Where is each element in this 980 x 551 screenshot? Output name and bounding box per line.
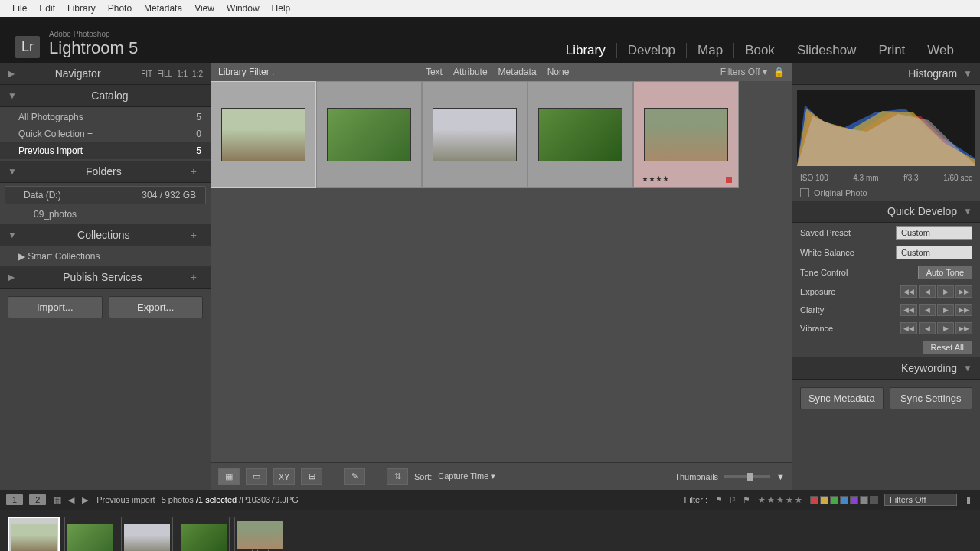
menu-window[interactable]: Window [220, 3, 266, 14]
chevron-down-icon[interactable]: ▼ [776, 472, 785, 481]
menu-edit[interactable]: Edit [33, 3, 61, 14]
sort-direction-icon[interactable]: ⇅ [387, 468, 408, 485]
catalog-item[interactable]: Quick Collection +0 [0, 126, 211, 142]
step-big-up[interactable]: ▶▶ [956, 304, 972, 316]
step-up[interactable]: ▶ [937, 322, 954, 334]
color-chip[interactable] [810, 496, 818, 504]
survey-view-icon[interactable]: ⊞ [301, 468, 322, 485]
thumbnail-cell[interactable] [422, 81, 528, 188]
navigator-header[interactable]: ▶ Navigator FITFILL1:11:2 [0, 63, 211, 85]
step-big-down[interactable]: ◀◀ [900, 285, 917, 298]
zoom-1:1[interactable]: 1:1 [177, 70, 188, 78]
folder-row[interactable]: 09_photos [0, 206, 211, 223]
filters-off-select[interactable]: Filters Off [884, 494, 957, 506]
module-map[interactable]: Map [687, 43, 734, 58]
catalog-item[interactable]: Previous Import5 [0, 142, 211, 159]
folders-header[interactable]: ▼ Folders + [0, 161, 211, 183]
filter-tab-none[interactable]: None [547, 67, 570, 77]
add-collection-icon[interactable]: + [191, 229, 203, 241]
histogram-header[interactable]: Histogram ▼ [792, 63, 980, 85]
filmstrip-thumb[interactable] [64, 517, 116, 551]
thumbnail-cell[interactable]: ★★★★ [633, 81, 739, 188]
page-tab-1[interactable]: 1 [6, 494, 23, 505]
page-tab-2[interactable]: 2 [29, 494, 46, 505]
step-big-up[interactable]: ▶▶ [956, 285, 972, 298]
loupe-view-icon[interactable]: ▭ [246, 468, 267, 485]
sort-value[interactable]: Capture Time ▾ [438, 471, 495, 481]
add-folder-icon[interactable]: + [191, 165, 203, 178]
navigator-zoom-opts[interactable]: FITFILL1:11:2 [141, 70, 203, 78]
original-photo-checkbox[interactable] [800, 188, 809, 197]
sync-metadata-button[interactable]: Sync Metadata [800, 387, 884, 409]
keywording-header[interactable]: Keywording ▼ [792, 357, 980, 380]
painter-icon[interactable]: ✎ [344, 468, 365, 485]
filters-off-dropdown[interactable]: Filters Off ▾ [720, 67, 767, 77]
module-print[interactable]: Print [867, 43, 916, 58]
flag-unflagged-icon[interactable]: ⚐ [727, 494, 738, 505]
color-chip[interactable] [840, 496, 848, 504]
module-web[interactable]: Web [916, 43, 965, 58]
step-up[interactable]: ▶ [937, 285, 954, 298]
filmstrip-thumb[interactable] [121, 517, 173, 551]
publish-header[interactable]: ▶ Publish Services + [0, 266, 211, 289]
sync-settings-button[interactable]: Sync Settings [890, 387, 973, 409]
menu-view[interactable]: View [188, 3, 220, 14]
filter-tab-attribute[interactable]: Attribute [453, 67, 488, 77]
menu-metadata[interactable]: Metadata [138, 3, 188, 14]
module-library[interactable]: Library [555, 43, 617, 58]
import-button[interactable]: Import... [8, 296, 103, 318]
step-up[interactable]: ▶ [937, 304, 954, 316]
compare-view-icon[interactable]: XY [273, 468, 295, 485]
flag-rejected-icon[interactable]: ⚑ [741, 494, 752, 505]
catalog-item[interactable]: All Photographs5 [0, 109, 211, 126]
menu-help[interactable]: Help [266, 3, 297, 14]
step-big-down[interactable]: ◀◀ [900, 322, 917, 334]
step-down[interactable]: ◀ [919, 322, 936, 334]
export-button[interactable]: Export... [109, 296, 204, 318]
step-down[interactable]: ◀ [919, 304, 936, 316]
panel-toggle-icon[interactable]: ▮ [963, 494, 974, 505]
thumbnail-size-slider[interactable] [724, 475, 770, 478]
module-book[interactable]: Book [734, 43, 786, 58]
zoom-fill[interactable]: FILL [157, 70, 172, 78]
drive-row[interactable]: Data (D:) 304 / 932 GB [5, 186, 206, 204]
step-big-up[interactable]: ▶▶ [956, 322, 972, 334]
next-icon[interactable]: ▶ [80, 494, 90, 505]
add-publish-icon[interactable]: + [191, 271, 203, 283]
flag-picked-icon[interactable]: ⚑ [714, 494, 724, 505]
module-slideshow[interactable]: Slideshow [786, 43, 868, 58]
color-chip[interactable] [830, 496, 838, 504]
collections-header[interactable]: ▼ Collections + [0, 224, 211, 246]
thumbnail-cell[interactable] [211, 81, 316, 188]
menu-file[interactable]: File [6, 3, 33, 14]
menu-photo[interactable]: Photo [102, 3, 138, 14]
filter-tab-text[interactable]: Text [426, 67, 443, 77]
star-filter[interactable]: ★★★★★ [758, 495, 804, 505]
filmstrip-thumb[interactable]: ★★★★ [234, 517, 286, 551]
filmstrip-thumb[interactable] [8, 517, 60, 551]
catalog-header[interactable]: ▼ Catalog [0, 85, 211, 107]
thumbnail-cell[interactable] [316, 81, 422, 188]
color-chip[interactable] [820, 496, 828, 504]
reset-all-button[interactable]: Reset All [923, 341, 972, 354]
lock-icon[interactable]: 🔒 [773, 67, 785, 77]
menu-library[interactable]: Library [61, 3, 102, 14]
color-chip[interactable] [860, 496, 868, 504]
color-chip[interactable] [870, 496, 878, 504]
filter-tab-metadata[interactable]: Metadata [498, 67, 537, 77]
color-label-filter[interactable] [810, 496, 878, 504]
grid-icon[interactable]: ▦ [52, 494, 63, 505]
white-balance-select[interactable]: Custom [896, 246, 972, 259]
auto-tone-button[interactable]: Auto Tone [918, 266, 972, 279]
saved-preset-select[interactable]: Custom [896, 226, 972, 240]
filmstrip-thumb[interactable] [178, 517, 230, 551]
collection-row[interactable]: ▶ Smart Collections [0, 248, 211, 265]
grid-view-icon[interactable]: ▦ [218, 468, 240, 485]
thumbnail-cell[interactable] [528, 81, 633, 188]
zoom-fit[interactable]: FIT [141, 70, 152, 78]
quickdev-header[interactable]: Quick Develop ▼ [792, 201, 980, 223]
color-chip[interactable] [850, 496, 858, 504]
step-down[interactable]: ◀ [919, 285, 936, 298]
step-big-down[interactable]: ◀◀ [900, 304, 917, 316]
zoom-1:2[interactable]: 1:2 [192, 70, 203, 78]
